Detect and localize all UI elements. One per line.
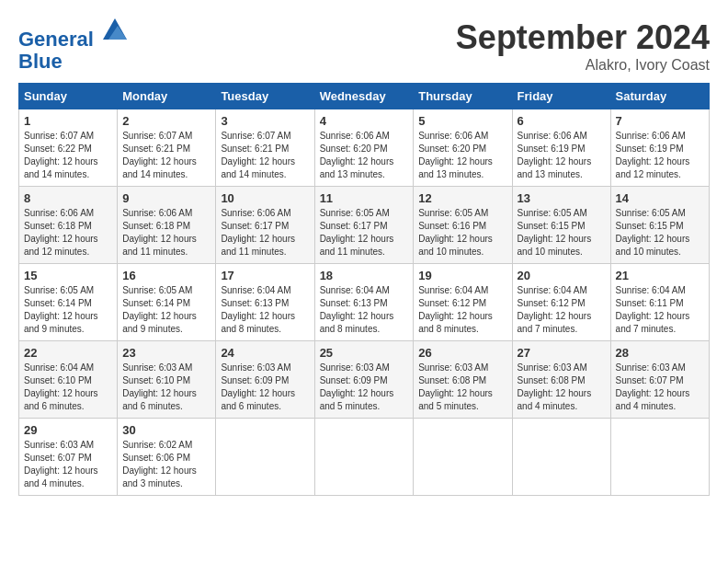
calendar-day-cell [610, 419, 709, 496]
day-info: Sunrise: 6:05 AM Sunset: 6:15 PM Dayligh… [518, 207, 606, 259]
calendar-day-cell: 27 Sunrise: 6:03 AM Sunset: 6:08 PM Dayl… [512, 341, 610, 419]
calendar-day-cell: 8 Sunrise: 6:06 AM Sunset: 6:18 PM Dayli… [19, 187, 118, 264]
calendar-day-cell: 4 Sunrise: 6:06 AM Sunset: 6:20 PM Dayli… [314, 109, 414, 187]
calendar-day-cell: 18 Sunrise: 6:04 AM Sunset: 6:13 PM Dayl… [314, 264, 414, 341]
calendar-day-cell [216, 419, 314, 496]
calendar-day-cell: 24 Sunrise: 6:03 AM Sunset: 6:09 PM Dayl… [216, 341, 314, 419]
location-title: Alakro, Ivory Coast [456, 57, 710, 74]
calendar-week-row: 29 Sunrise: 6:03 AM Sunset: 6:07 PM Dayl… [19, 419, 710, 496]
calendar-day-cell: 16 Sunrise: 6:05 AM Sunset: 6:14 PM Dayl… [118, 264, 216, 341]
month-title: September 2024 [456, 18, 710, 57]
day-info: Sunrise: 6:06 AM Sunset: 6:18 PM Dayligh… [24, 207, 112, 259]
day-number: 28 [616, 346, 704, 360]
title-section: September 2024 Alakro, Ivory Coast [456, 18, 710, 74]
day-number: 20 [518, 269, 606, 282]
day-number: 29 [24, 423, 112, 437]
calendar-day-cell [314, 419, 414, 496]
day-info: Sunrise: 6:06 AM Sunset: 6:18 PM Dayligh… [122, 207, 210, 259]
calendar-day-cell: 7 Sunrise: 6:06 AM Sunset: 6:19 PM Dayli… [610, 109, 709, 187]
weekday-header: Friday [512, 84, 610, 109]
calendar-day-cell: 21 Sunrise: 6:04 AM Sunset: 6:11 PM Dayl… [610, 264, 709, 341]
day-info: Sunrise: 6:05 AM Sunset: 6:16 PM Dayligh… [418, 207, 506, 259]
calendar-day-cell: 26 Sunrise: 6:03 AM Sunset: 6:08 PM Dayl… [414, 341, 512, 419]
calendar-day-cell [414, 419, 512, 496]
day-number: 21 [616, 269, 704, 282]
calendar-day-cell: 14 Sunrise: 6:05 AM Sunset: 6:15 PM Dayl… [610, 187, 709, 264]
calendar-day-cell: 30 Sunrise: 6:02 AM Sunset: 6:06 PM Dayl… [118, 419, 216, 496]
day-info: Sunrise: 6:03 AM Sunset: 6:07 PM Dayligh… [24, 439, 112, 490]
weekday-header: Thursday [414, 84, 512, 109]
day-info: Sunrise: 6:03 AM Sunset: 6:08 PM Dayligh… [518, 362, 606, 413]
day-info: Sunrise: 6:07 AM Sunset: 6:22 PM Dayligh… [24, 130, 112, 181]
calendar-day-cell: 29 Sunrise: 6:03 AM Sunset: 6:07 PM Dayl… [19, 419, 118, 496]
weekday-header: Monday [118, 84, 216, 109]
day-info: Sunrise: 6:06 AM Sunset: 6:20 PM Dayligh… [320, 130, 409, 181]
calendar-day-cell: 13 Sunrise: 6:05 AM Sunset: 6:15 PM Dayl… [512, 187, 610, 264]
calendar-day-cell: 6 Sunrise: 6:06 AM Sunset: 6:19 PM Dayli… [512, 109, 610, 187]
day-number: 26 [418, 346, 506, 360]
calendar-day-cell: 19 Sunrise: 6:04 AM Sunset: 6:12 PM Dayl… [414, 264, 512, 341]
calendar-day-cell: 17 Sunrise: 6:04 AM Sunset: 6:13 PM Dayl… [216, 264, 314, 341]
day-number: 6 [518, 114, 606, 128]
day-number: 30 [122, 423, 210, 437]
day-number: 14 [616, 191, 704, 205]
calendar-day-cell: 11 Sunrise: 6:05 AM Sunset: 6:17 PM Dayl… [314, 187, 414, 264]
day-number: 24 [221, 346, 309, 360]
day-info: Sunrise: 6:04 AM Sunset: 6:13 PM Dayligh… [320, 284, 409, 336]
day-number: 10 [221, 191, 309, 205]
day-info: Sunrise: 6:04 AM Sunset: 6:10 PM Dayligh… [24, 362, 112, 413]
weekday-header: Saturday [610, 84, 709, 109]
day-info: Sunrise: 6:05 AM Sunset: 6:15 PM Dayligh… [616, 207, 704, 259]
calendar-day-cell: 22 Sunrise: 6:04 AM Sunset: 6:10 PM Dayl… [19, 341, 118, 419]
day-number: 13 [518, 191, 606, 205]
day-info: Sunrise: 6:05 AM Sunset: 6:14 PM Dayligh… [24, 284, 112, 336]
day-number: 15 [24, 269, 112, 282]
calendar-week-row: 8 Sunrise: 6:06 AM Sunset: 6:18 PM Dayli… [19, 187, 710, 264]
day-info: Sunrise: 6:07 AM Sunset: 6:21 PM Dayligh… [221, 130, 309, 181]
calendar-day-cell: 5 Sunrise: 6:06 AM Sunset: 6:20 PM Dayli… [414, 109, 512, 187]
day-info: Sunrise: 6:05 AM Sunset: 6:14 PM Dayligh… [122, 284, 210, 336]
calendar-header-row: SundayMondayTuesdayWednesdayThursdayFrid… [19, 84, 710, 109]
day-number: 12 [418, 191, 506, 205]
day-info: Sunrise: 6:02 AM Sunset: 6:06 PM Dayligh… [122, 439, 210, 490]
calendar-day-cell: 9 Sunrise: 6:06 AM Sunset: 6:18 PM Dayli… [118, 187, 216, 264]
day-number: 7 [616, 114, 704, 128]
day-number: 2 [122, 114, 210, 128]
day-number: 4 [320, 114, 409, 128]
logo: General Blue [18, 18, 129, 73]
calendar-day-cell: 1 Sunrise: 6:07 AM Sunset: 6:22 PM Dayli… [19, 109, 118, 187]
calendar-day-cell: 10 Sunrise: 6:06 AM Sunset: 6:17 PM Dayl… [216, 187, 314, 264]
calendar-day-cell: 25 Sunrise: 6:03 AM Sunset: 6:09 PM Dayl… [314, 341, 414, 419]
page-header: General Blue September 2024 Alakro, Ivor… [18, 18, 710, 74]
calendar-day-cell [512, 419, 610, 496]
day-info: Sunrise: 6:03 AM Sunset: 6:09 PM Dayligh… [221, 362, 309, 413]
weekday-header: Sunday [19, 84, 118, 109]
day-info: Sunrise: 6:04 AM Sunset: 6:11 PM Dayligh… [616, 284, 704, 336]
calendar-table: SundayMondayTuesdayWednesdayThursdayFrid… [18, 83, 710, 496]
day-number: 17 [221, 269, 309, 282]
day-info: Sunrise: 6:04 AM Sunset: 6:12 PM Dayligh… [518, 284, 606, 336]
day-number: 23 [122, 346, 210, 360]
calendar-day-cell: 12 Sunrise: 6:05 AM Sunset: 6:16 PM Dayl… [414, 187, 512, 264]
day-info: Sunrise: 6:07 AM Sunset: 6:21 PM Dayligh… [122, 130, 210, 181]
day-info: Sunrise: 6:03 AM Sunset: 6:08 PM Dayligh… [418, 362, 506, 413]
day-number: 25 [320, 346, 409, 360]
calendar-week-row: 22 Sunrise: 6:04 AM Sunset: 6:10 PM Dayl… [19, 341, 710, 419]
logo-text-blue: Blue [18, 51, 129, 73]
calendar-day-cell: 28 Sunrise: 6:03 AM Sunset: 6:07 PM Dayl… [610, 341, 709, 419]
calendar-day-cell: 23 Sunrise: 6:03 AM Sunset: 6:10 PM Dayl… [118, 341, 216, 419]
day-info: Sunrise: 6:03 AM Sunset: 6:07 PM Dayligh… [616, 362, 704, 413]
logo-icon [101, 17, 129, 44]
weekday-header: Tuesday [216, 84, 314, 109]
calendar-week-row: 15 Sunrise: 6:05 AM Sunset: 6:14 PM Dayl… [19, 264, 710, 341]
day-number: 27 [518, 346, 606, 360]
calendar-day-cell: 20 Sunrise: 6:04 AM Sunset: 6:12 PM Dayl… [512, 264, 610, 341]
day-info: Sunrise: 6:04 AM Sunset: 6:13 PM Dayligh… [221, 284, 309, 336]
day-number: 16 [122, 269, 210, 282]
day-info: Sunrise: 6:06 AM Sunset: 6:20 PM Dayligh… [418, 130, 506, 181]
calendar-day-cell: 2 Sunrise: 6:07 AM Sunset: 6:21 PM Dayli… [118, 109, 216, 187]
day-number: 22 [24, 346, 112, 360]
day-number: 3 [221, 114, 309, 128]
day-number: 1 [24, 114, 112, 128]
day-number: 11 [320, 191, 409, 205]
